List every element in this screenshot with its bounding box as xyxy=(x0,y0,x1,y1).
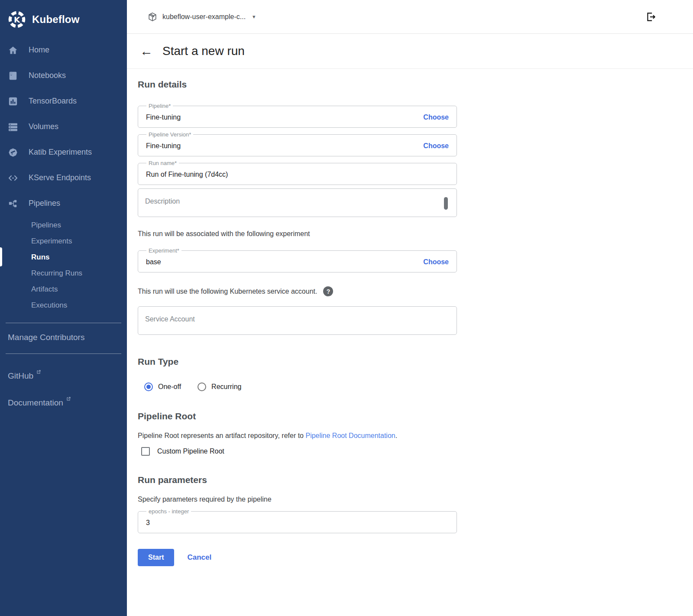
manage-contributors-link[interactable]: Manage Contributors xyxy=(0,333,127,342)
kubeflow-logo-icon: K xyxy=(8,10,26,29)
sub-item-label: Pipelines xyxy=(31,221,61,230)
sidebar-item-label: TensorBoards xyxy=(29,97,77,106)
experiment-field-label: Experiment* xyxy=(146,247,181,254)
sub-item-experiments[interactable]: Experiments xyxy=(0,233,127,249)
custom-pipeline-root-checkbox-row[interactable]: Custom Pipeline Root xyxy=(138,447,457,456)
custom-pipeline-root-checkbox[interactable] xyxy=(141,447,150,456)
external-link-icon xyxy=(36,370,41,375)
pipeline-field-label: Pipeline* xyxy=(146,103,173,109)
sidebar-item-tensorboards[interactable]: TensorBoards xyxy=(0,88,127,114)
run-parameters-note: Specify parameters required by the pipel… xyxy=(138,496,457,503)
sub-item-label: Executions xyxy=(31,301,67,310)
external-link-icon xyxy=(66,396,71,402)
description-scrollbar-thumb[interactable] xyxy=(444,197,448,210)
description-placeholder: Description xyxy=(145,198,180,205)
sidebar-divider xyxy=(6,353,121,354)
namespace-selector[interactable]: kubeflow-user-example-c... ▾ xyxy=(148,12,256,22)
help-icon[interactable]: ? xyxy=(323,286,333,296)
namespace-cube-icon xyxy=(148,12,157,22)
pipeline-root-heading: Pipeline Root xyxy=(138,411,457,421)
page-header: ← Start a new run xyxy=(127,34,693,69)
run-type-heading: Run Type xyxy=(138,357,457,367)
sub-item-executions[interactable]: Executions xyxy=(0,297,127,313)
sidebar-item-label: Home xyxy=(29,45,49,55)
run-name-field[interactable]: Run name* Run of Fine-tuning (7d4cc) xyxy=(138,160,457,185)
pipeline-field-value: Fine-tuning xyxy=(146,113,181,121)
page-title: Start a new run xyxy=(162,44,245,58)
run-form: Run details Pipeline* Fine-tuning Choose… xyxy=(127,69,457,566)
sidebar-item-volumes[interactable]: Volumes xyxy=(0,114,127,139)
kserve-icon xyxy=(8,173,18,183)
pipeline-root-text-period: . xyxy=(395,432,397,439)
run-name-field-value: Run of Fine-tuning (7d4cc) xyxy=(146,171,228,178)
radio-recurring-label: Recurring xyxy=(211,383,241,391)
radio-recurring[interactable]: Recurring xyxy=(198,383,241,391)
sidebar-item-label: KServe Endpoints xyxy=(29,173,91,182)
radio-one-off[interactable]: One-off xyxy=(144,383,181,391)
run-parameters-heading: Run parameters xyxy=(138,475,457,485)
service-account-note-row: This run will use the following Kubernet… xyxy=(138,286,457,296)
sub-item-label: Artifacts xyxy=(31,285,58,294)
experiment-field-value: base xyxy=(146,258,161,266)
pipeline-version-choose-button[interactable]: Choose xyxy=(423,142,449,150)
epochs-field[interactable]: epochs - integer 3 xyxy=(138,508,457,533)
sidebar-item-pipelines[interactable]: Pipelines xyxy=(0,191,127,216)
experiment-field[interactable]: Experiment* base Choose xyxy=(138,247,457,272)
pipelines-sub-nav: Pipelines Experiments Runs Recurring Run… xyxy=(0,217,127,313)
sub-item-runs[interactable]: Runs xyxy=(0,249,127,265)
sidebar-nav: Home Notebooks TensorBoards Volumes xyxy=(0,37,127,216)
pipeline-root-text: Pipeline Root represents an artifact rep… xyxy=(138,432,305,439)
pipeline-choose-button[interactable]: Choose xyxy=(423,113,449,121)
sidebar-item-label: Notebooks xyxy=(29,71,66,80)
sidebar-item-home[interactable]: Home xyxy=(0,37,127,63)
kubeflow-brand[interactable]: K Kubeflow xyxy=(0,0,127,31)
description-field[interactable]: Description xyxy=(138,188,457,217)
service-account-placeholder: Service Account xyxy=(145,315,195,323)
svg-text:K: K xyxy=(14,15,20,24)
namespace-value: kubeflow-user-example-c... xyxy=(162,13,246,21)
pipelines-icon xyxy=(8,198,18,209)
pipeline-version-field[interactable]: Pipeline Version* Fine-tuning Choose xyxy=(138,131,457,156)
cancel-button[interactable]: Cancel xyxy=(187,553,211,562)
pipeline-root-doc-link[interactable]: Pipeline Root Documentation xyxy=(305,432,395,439)
topbar: kubeflow-user-example-c... ▾ xyxy=(127,0,693,34)
sub-item-artifacts[interactable]: Artifacts xyxy=(0,281,127,297)
sidebar-divider xyxy=(6,323,121,323)
back-arrow-button[interactable]: ← xyxy=(140,44,155,58)
sub-item-pipelines[interactable]: Pipelines xyxy=(0,217,127,233)
volumes-icon xyxy=(8,122,18,132)
notebook-icon xyxy=(8,71,18,81)
tensorboard-icon xyxy=(8,96,18,107)
pipeline-version-field-value: Fine-tuning xyxy=(146,142,181,150)
sidebar-item-katib-experiments[interactable]: Katib Experiments xyxy=(0,139,127,165)
sidebar-item-label: Volumes xyxy=(29,122,58,131)
sidebar: K Kubeflow Home Notebooks xyxy=(0,0,127,616)
github-link-label: GitHub xyxy=(8,371,33,381)
pipeline-root-description: Pipeline Root represents an artifact rep… xyxy=(138,432,457,440)
katib-icon xyxy=(8,147,18,158)
pipeline-field[interactable]: Pipeline* Fine-tuning Choose xyxy=(138,103,457,128)
home-icon xyxy=(8,45,18,55)
sub-item-recurring-runs[interactable]: Recurring Runs xyxy=(0,265,127,281)
run-details-heading: Run details xyxy=(138,79,457,90)
documentation-link[interactable]: Documentation xyxy=(0,398,127,408)
sub-item-label: Experiments xyxy=(31,237,72,246)
logout-button[interactable] xyxy=(645,11,657,23)
radio-recurring-circle xyxy=(198,383,206,391)
custom-pipeline-root-label: Custom Pipeline Root xyxy=(157,447,224,455)
sub-item-label: Recurring Runs xyxy=(31,269,82,278)
sidebar-item-notebooks[interactable]: Notebooks xyxy=(0,63,127,88)
sidebar-item-label: Pipelines xyxy=(29,199,60,208)
service-account-field[interactable]: Service Account xyxy=(138,306,457,335)
form-actions: Start Cancel xyxy=(138,549,457,566)
start-button[interactable]: Start xyxy=(138,549,174,566)
github-link[interactable]: GitHub xyxy=(0,371,127,381)
sidebar-item-kserve-endpoints[interactable]: KServe Endpoints xyxy=(0,165,127,191)
run-name-field-label: Run name* xyxy=(146,160,179,166)
epochs-field-value: 3 xyxy=(146,519,150,527)
main-area: kubeflow-user-example-c... ▾ ← Start a n… xyxy=(127,0,693,616)
sidebar-item-label: Katib Experiments xyxy=(29,148,92,157)
experiment-choose-button[interactable]: Choose xyxy=(423,258,449,266)
pipeline-version-field-label: Pipeline Version* xyxy=(146,131,193,138)
epochs-field-label: epochs - integer xyxy=(146,508,191,515)
